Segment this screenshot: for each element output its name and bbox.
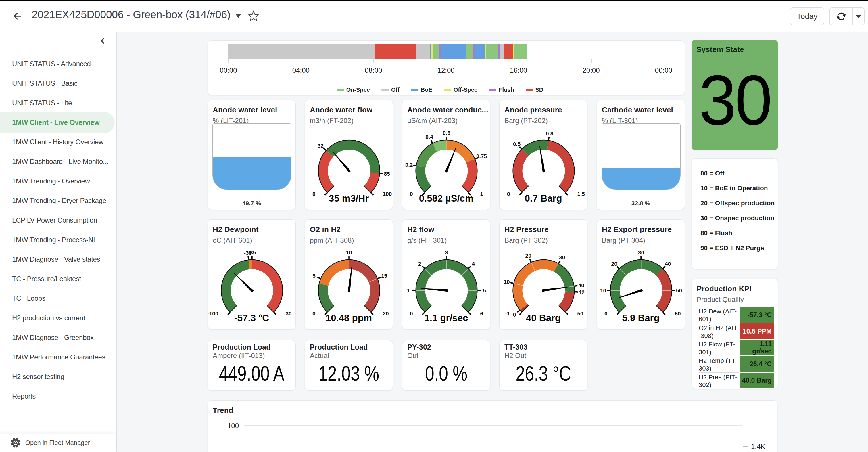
sidebar-item-tc-loops[interactable]: TC - Loops xyxy=(0,289,116,308)
kpi-label: O2 in H2 (AIT-308) xyxy=(699,323,739,339)
legend-item-sd[interactable]: SD xyxy=(526,87,544,93)
svg-text:0.4: 0.4 xyxy=(425,134,433,140)
timeline-panel: 00:0004:0008:0012:0016:0020:0000:00On-Sp… xyxy=(208,40,685,95)
trend-gridline xyxy=(662,425,662,452)
kpi-value: 1.11 gr/sec xyxy=(740,340,774,355)
timeline-tick-label: 00:00 xyxy=(655,66,672,74)
svg-text:-35: -35 xyxy=(248,249,256,255)
title-dropdown-caret-icon[interactable] xyxy=(236,14,241,18)
gauge-panel-h2-dewpoint: H2 DewpointoC (AIT-601)-100-38-3530-57.3… xyxy=(208,219,296,330)
legend-swatch xyxy=(489,89,496,91)
back-arrow-icon[interactable] xyxy=(12,11,23,21)
sidebar-item-1mw-client-live-overview[interactable]: 1MW Client - Live Overview xyxy=(0,112,115,133)
kpi-label: H2 Dew (AIT-601) xyxy=(699,307,739,323)
refresh-icon xyxy=(836,11,847,22)
gauge-value-label: 35 m3/Hr xyxy=(305,192,393,205)
sidebar-item-h2-production-vs-current[interactable]: H2 production vs current xyxy=(0,308,116,328)
trend-y-left-label: 100 xyxy=(227,422,238,430)
panel-subtitle: Actual xyxy=(310,352,329,360)
timeline-tick xyxy=(446,59,446,63)
sidebar-item-h2-sensor-testing[interactable]: H2 sensor testing xyxy=(0,367,116,387)
gauge-panel-anode-water-flow: Anode water flowm3/h (FT-202)0328510035 … xyxy=(305,100,393,210)
sidebar-item-1mw-diagnose-valve-states[interactable]: 1MW Diagnose - Valve states xyxy=(0,249,116,269)
sidebar-item-1mw-trending-process-nl[interactable]: 1MW Trending - Process-NL xyxy=(0,230,116,249)
legend-item-boe[interactable]: BoE xyxy=(411,87,432,93)
legend-item-off-spec[interactable]: Off-Spec xyxy=(444,87,477,93)
legend-label: Off xyxy=(391,87,400,93)
sidebar-item-unit-status-lite[interactable]: UNIT STATUS - Lite xyxy=(0,93,116,113)
svg-text:0.5: 0.5 xyxy=(443,130,451,136)
panel-title: PY-302 xyxy=(407,343,431,351)
state-legend-line: 30 = Onspec production xyxy=(701,214,774,222)
sidebar: UNIT STATUS - AdvancedUNIT STATUS - Basi… xyxy=(0,32,117,452)
legend-item-on-spec[interactable]: On-Spec xyxy=(337,87,370,93)
panel-title: Anode water level xyxy=(213,106,277,115)
svg-text:2: 2 xyxy=(418,261,421,267)
legend-item-flush[interactable]: Flush xyxy=(489,87,514,93)
collapse-sidebar-icon[interactable] xyxy=(99,37,107,45)
gauge-panel-h2-pressure: H2 PressureBarg (PT-302)-101020304042504… xyxy=(499,219,587,330)
sidebar-item-1mw-performance-guarantees[interactable]: 1MW Performance Guarantees xyxy=(0,347,116,367)
gauge-value-label: 1.1 gr/sec xyxy=(402,312,490,324)
sidebar-item-lcp-lv-power-consumption[interactable]: LCP LV Power Consumption xyxy=(0,210,116,230)
kpi-row: O2 in H2 (AIT-308)10.5 PPM xyxy=(699,323,771,339)
sidebar-item-1mw-client-history-overview[interactable]: 1MW Client - History Overview xyxy=(0,132,116,152)
stat-panel-py-302-out: PY-302Out0.0 % xyxy=(402,340,490,391)
timeline-segment xyxy=(499,44,504,59)
svg-text:42: 42 xyxy=(579,289,585,295)
stat-panel-production-load-actual: Production LoadActual12.03 % xyxy=(305,340,393,391)
svg-text:30: 30 xyxy=(559,254,565,261)
kpi-value: -57.3 °C xyxy=(740,307,774,323)
refresh-button[interactable] xyxy=(830,8,853,25)
refresh-interval-dropdown[interactable] xyxy=(852,8,864,25)
sidebar-item-1mw-trending-dryer-package[interactable]: 1MW Trending - Dryer Package xyxy=(0,191,116,210)
tank-container xyxy=(212,123,291,190)
svg-text:0.2: 0.2 xyxy=(405,162,413,168)
panel-title: Production Load xyxy=(213,343,271,351)
svg-text:10: 10 xyxy=(600,288,606,294)
sidebar-footer[interactable]: Open in Fleet Manager xyxy=(0,433,116,452)
page-title[interactable]: 2021EX425D00006 - Green-box (314/#06) xyxy=(32,1,230,31)
timeline-segment xyxy=(498,44,499,59)
panel-title: Cathode water level xyxy=(602,106,673,115)
stat-value: 449.00 A xyxy=(217,361,287,386)
sidebar-top-section xyxy=(0,32,116,50)
timeline-segment xyxy=(439,44,441,59)
svg-text:0.5: 0.5 xyxy=(513,141,521,147)
trend-gridline xyxy=(583,425,584,452)
timeline-segment xyxy=(504,44,513,59)
legend-label: SD xyxy=(535,87,544,93)
sidebar-item-unit-status-basic[interactable]: UNIT STATUS - Basic xyxy=(0,73,116,93)
svg-text:10: 10 xyxy=(346,249,352,255)
timeline-segment xyxy=(441,44,466,59)
timeline-segment xyxy=(473,44,475,59)
state-legend-line: 80 = Flush xyxy=(701,230,732,237)
legend-label: On-Spec xyxy=(346,87,370,93)
sidebar-item-reports[interactable]: Reports xyxy=(0,387,116,406)
sidebar-item-1mw-dashboard-live-monito[interactable]: 1MW Dashboard - Live Monito... xyxy=(0,152,116,171)
star-favorite-icon[interactable] xyxy=(248,10,259,22)
trend-y-right-label: 1.4K xyxy=(751,443,765,451)
sidebar-item-1mw-trending-overview[interactable]: 1MW Trending - Overview xyxy=(0,171,116,191)
legend-label: Off-Spec xyxy=(454,87,477,93)
kpi-value: 40.0 Barg xyxy=(740,373,774,388)
timeline-tick xyxy=(519,59,519,63)
svg-text:20: 20 xyxy=(611,261,617,267)
open-in-fleet-manager-label: Open in Fleet Manager xyxy=(25,433,90,452)
gauge-panel-h2-export-pressure: H2 Export pressureBarg (PT-304)010203040… xyxy=(597,219,685,330)
sidebar-item-unit-status-advanced[interactable]: UNIT STATUS - Advanced xyxy=(0,54,116,73)
timeline-segment xyxy=(514,44,527,59)
gauge-value-label: 0.7 Barg xyxy=(499,192,587,205)
panel-subtitle: Ampere (IIT-013) xyxy=(213,352,265,360)
legend-item-off[interactable]: Off xyxy=(381,87,400,93)
timeline-tick-label: 04:00 xyxy=(292,66,310,74)
legend-swatch xyxy=(526,89,533,91)
timeline-segment xyxy=(486,44,498,59)
stat-panel-production-load-ampere-iit-013: Production LoadAmpere (IIT-013)449.00 A xyxy=(208,340,296,391)
sidebar-item-1mw-diagnose-greenbox[interactable]: 1MW Diagnose - Greenbox xyxy=(0,328,116,347)
today-button[interactable]: Today xyxy=(790,7,824,25)
timeline-tick-label: 00:00 xyxy=(220,66,237,74)
timeline-segment xyxy=(475,44,485,59)
timeline-tick-label: 08:00 xyxy=(365,66,382,74)
sidebar-item-tc-pressure-leaktest[interactable]: TC - Pressure/Leaktest xyxy=(0,269,116,289)
